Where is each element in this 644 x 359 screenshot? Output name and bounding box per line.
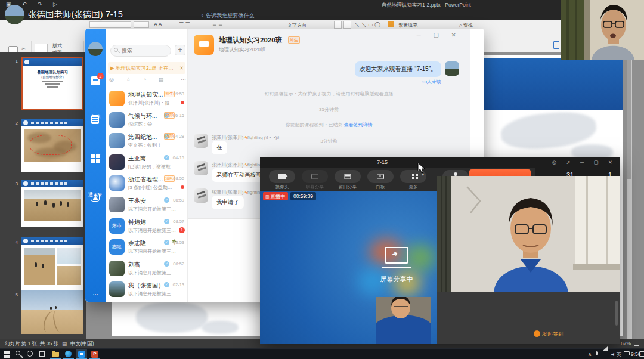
grow-shrink-font-icon[interactable]: A A: [154, 21, 162, 27]
shape-rect-icon[interactable]: [334, 21, 342, 29]
peer-message-bubble[interactable]: 我申请了: [212, 196, 244, 209]
live-toolbar-button[interactable]: 白板: [367, 170, 394, 190]
live-titlebar: 7-15 ◎ ➚ ─ ▢ ✕: [260, 157, 620, 168]
verified-check-icon: ✓: [164, 261, 169, 267]
ime-keyboard-icon[interactable]: [624, 349, 631, 359]
mouse-cursor: [417, 162, 426, 174]
action-center-icon[interactable]: [638, 349, 644, 359]
network-tray-icon[interactable]: [602, 349, 609, 359]
cortana-button[interactable]: [25, 349, 36, 359]
sidebar-nav-item[interactable]: 通讯录: [85, 191, 106, 218]
unread-dot: [181, 185, 184, 189]
chat-subtitle: 地理认知实习2020班: [219, 47, 265, 54]
conversation-list-item[interactable]: 地理认知实... ✓ 师生 09:53 张泽川(张泽川)：很快…: [106, 88, 188, 110]
tell-me-search[interactable]: ♀ 告诉我您想要做什么...: [200, 12, 259, 20]
slide1-title: 暑期地理认知实习: [23, 70, 82, 75]
read-status[interactable]: 10人未读: [422, 79, 441, 85]
sidebar-more-button[interactable]: ···: [85, 291, 106, 297]
find-button[interactable]: ⌕ 查找: [459, 22, 473, 29]
my-message-bubble[interactable]: 欢迎大家来观看直播 “7-15”。: [355, 61, 441, 77]
shape-swatch-icon[interactable]: [388, 21, 394, 27]
file-explorer-button[interactable]: [50, 349, 61, 359]
panel-scrollbar[interactable]: [615, 301, 618, 326]
peer-avatar[interactable]: [194, 134, 208, 148]
live-window-controls[interactable]: ◎ ➚ ─ ▢ ✕: [552, 159, 617, 165]
edge-button[interactable]: [63, 349, 74, 359]
tray-expand-button[interactable]: ∧: [588, 349, 594, 359]
conversation-list-item[interactable]: 王兆安 ✓ 08:59 以下消息开始被第三…: [106, 194, 188, 216]
mic-tray-icon[interactable]: [596, 349, 602, 359]
sidebar-nav-item[interactable]: 工作: [85, 153, 106, 180]
text-direction-button[interactable]: 文字方向: [287, 22, 306, 29]
chat-tag: 师生: [288, 36, 300, 44]
conversation-list-item[interactable]: 炜市 钟炜炜 ✓ 08:57 以下消息开始被第三… 1: [106, 216, 188, 237]
cut-icon[interactable]: ✂: [21, 46, 26, 52]
verified-check-icon: ✓: [164, 197, 169, 203]
slide-thumbnail-3[interactable]: [21, 180, 83, 227]
spell-icon[interactable]: ▤: [62, 341, 67, 346]
live-interaction-panel: 发起签到: [437, 292, 620, 344]
sidebar-tool-icon[interactable]: [85, 254, 106, 267]
school-logo-icon: [24, 60, 29, 64]
sky-photo-right: [57, 248, 81, 264]
live-toolbar-button[interactable]: 屏幕分享: [301, 170, 329, 190]
powerpoint-taskbar-button[interactable]: P: [89, 349, 100, 359]
signin-detail-link[interactable]: 查看签到详情: [344, 122, 373, 128]
slide-thumbnail-5[interactable]: [21, 290, 83, 334]
slide-thumbnail-1[interactable]: 暑期地理认知实习 （自然地理部分）: [21, 57, 83, 110]
dingtalk-taskbar-button[interactable]: [76, 349, 87, 359]
conversation-list-item[interactable]: 气候与环... ✓ 外部 06-15 倪绾苏：😄: [106, 110, 188, 131]
presenter-name: 张德国老师(张德国) 7-15: [28, 9, 123, 20]
layout-button[interactable]: 版式: [52, 42, 62, 49]
window-controls[interactable]: ─ ▢ ✕: [417, 32, 462, 38]
conversation-list-item[interactable]: 第四纪地... ✓ 内部 04-28 李文亮：收到！: [106, 131, 188, 152]
ime-language-indicator[interactable]: 英: [617, 349, 624, 359]
system-tip: 钉钉温馨提示：为保护孩子视力，请使用钉钉电脑版观看直播: [188, 91, 470, 97]
shape-box-icon[interactable]: [343, 21, 351, 29]
font-size-box[interactable]: [134, 21, 149, 28]
ppt-vertical-scrollbar[interactable]: [627, 52, 632, 339]
live-toolbar-button[interactable]: 窗口分享: [334, 170, 361, 190]
export-doc-icon[interactable]: [553, 41, 559, 49]
add-button[interactable]: +: [175, 45, 185, 55]
conversation-avatar: [109, 154, 125, 170]
new-slide-icon[interactable]: [35, 44, 48, 53]
group-avatar[interactable]: [194, 35, 214, 55]
dingtalk-sidebar: 2 消息 文档 工作 通讯录: [85, 29, 106, 302]
indent-icon[interactable]: ≣ ≣: [212, 21, 223, 27]
start-button[interactable]: [1, 349, 12, 359]
shape-fill-button[interactable]: 形状填充: [398, 22, 417, 29]
taskbar-search-button[interactable]: [13, 349, 24, 359]
slide-thumbnail-2[interactable]: [21, 119, 83, 172]
start-signin-button[interactable]: 发起签到: [534, 330, 564, 338]
sidebar-nav-icon: [91, 193, 100, 202]
peer-avatar[interactable]: [194, 161, 208, 175]
conversation-list-item[interactable]: 志隆 余志隆 ✓ 🌴 08:53 以下消息开始被第三…: [106, 237, 188, 258]
conversation-list-item[interactable]: 浙江省地理... ✓ 活跃 08:50 [3 条][小红] 公益助…: [106, 173, 188, 194]
bullet-list-icon[interactable]: ☰ ☰: [179, 21, 190, 27]
search-icon: [114, 48, 118, 52]
search-input[interactable]: [110, 45, 171, 57]
conversation-list-item[interactable]: 王亚南 ✓ 04-15 [已读] 好的，谢谢鼓励…: [106, 152, 188, 174]
peer-message-bubble[interactable]: 在: [212, 141, 227, 154]
user-avatar[interactable]: [88, 42, 103, 56]
live-toolbar-button[interactable]: 摄像头: [268, 170, 296, 190]
task-view-button[interactable]: [37, 349, 48, 359]
conversation-list-item[interactable]: 我（张德国） ✓ 02-13 以下消息开始被第三…: [106, 279, 188, 301]
close-icon[interactable]: ✕: [179, 62, 184, 74]
language-status[interactable]: 中文(中国): [70, 341, 94, 348]
list-tools-row[interactable]: ◎ ☆ ◔ ▤⋯: [109, 76, 184, 82]
chat-title: 地理认知实习2020班: [219, 36, 282, 45]
sidebar-nav-item[interactable]: 文档: [85, 114, 106, 141]
fit-to-window-icon[interactable]: [634, 341, 639, 346]
sidebar-tool-icon[interactable]: [85, 267, 106, 280]
live-notice-banner[interactable]: ▶ 地理认知实习2..群 正在…✕: [108, 62, 185, 74]
slide-thumbnail-4[interactable]: [21, 237, 83, 292]
dune-photo: [21, 290, 83, 334]
sidebar-nav-item[interactable]: 2 消息: [85, 75, 106, 102]
volume-tray-icon[interactable]: ◄: [610, 349, 616, 359]
shape-line-icon[interactable]: ＼ ＼ ▭ ◯: [354, 21, 380, 29]
zoom-level[interactable]: 67%: [621, 341, 631, 346]
conversation-list-item[interactable]: 刘燕 ✓ 08:52 以下消息开始被第三…: [106, 258, 188, 280]
peer-avatar[interactable]: [194, 188, 208, 203]
